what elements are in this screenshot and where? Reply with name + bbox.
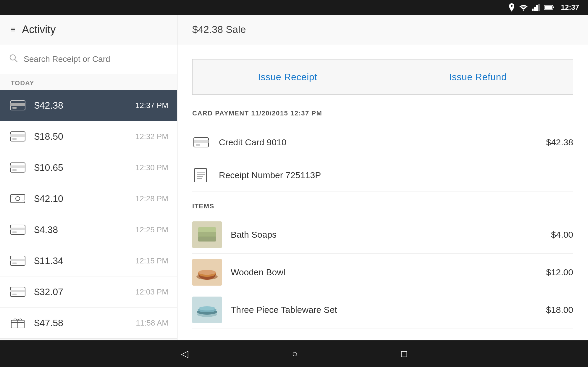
- section-label: TODAY: [0, 74, 177, 90]
- tx-time: 12:15 PM: [135, 256, 168, 265]
- transaction-list: $42.38 12:37 PM $18.50 12:32 PM $10.65 1…: [0, 90, 177, 340]
- svg-rect-16: [10, 165, 25, 168]
- svg-rect-10: [10, 103, 25, 106]
- status-time: 12:37: [561, 3, 579, 12]
- receipt-number: Receipt Number 725113P: [219, 170, 573, 180]
- tx-amount: $10.65: [34, 162, 135, 173]
- svg-rect-29: [10, 290, 25, 292]
- detail-title: $42.38 Sale: [192, 24, 246, 35]
- item-price: $18.00: [546, 305, 573, 315]
- svg-rect-27: [12, 263, 17, 264]
- svg-rect-35: [194, 140, 209, 143]
- svg-rect-5: [545, 6, 552, 9]
- credit-card-amount: $42.38: [546, 137, 573, 147]
- back-button[interactable]: ◁: [181, 348, 188, 359]
- svg-rect-3: [538, 4, 540, 11]
- item-price: $12.00: [546, 267, 573, 277]
- svg-point-50: [199, 306, 215, 310]
- svg-line-8: [15, 59, 17, 62]
- svg-rect-44: [198, 227, 216, 232]
- tx-time: 12:03 PM: [135, 287, 168, 297]
- transaction-item[interactable]: $42.38 12:37 PM: [0, 90, 177, 121]
- main-wrapper: ≡ Activity TODAY $42.38 12:37 PM: [0, 15, 588, 340]
- sidebar-title: Activity: [22, 23, 56, 36]
- home-button[interactable]: ○: [292, 348, 298, 359]
- svg-rect-1: [534, 7, 536, 11]
- item-row: Three Piece Tableware Set $18.00: [192, 291, 573, 329]
- right-header: $42.38 Sale: [177, 15, 588, 44]
- svg-rect-6: [553, 7, 554, 8]
- item-price: $4.00: [551, 230, 573, 240]
- transaction-item[interactable]: $10.65 12:30 PM: [0, 152, 177, 183]
- search-bar: [0, 44, 177, 74]
- svg-rect-2: [536, 5, 538, 11]
- tx-time: 12:37 PM: [135, 101, 168, 110]
- payment-label: CARD PAYMENT 11/20/2015 12:37 PM: [192, 107, 573, 117]
- tx-icon: [9, 254, 27, 267]
- recent-button[interactable]: □: [401, 348, 407, 359]
- tx-icon: [9, 99, 27, 112]
- tx-icon: [9, 130, 27, 143]
- tx-time: 12:28 PM: [135, 194, 168, 203]
- tx-time: 11:58 AM: [136, 318, 168, 328]
- tx-time: 12:30 PM: [135, 163, 168, 172]
- item-image: [192, 297, 222, 323]
- search-input[interactable]: [24, 54, 168, 64]
- tx-icon: [9, 192, 27, 205]
- svg-rect-17: [12, 169, 17, 171]
- issue-refund-button[interactable]: Issue Refund: [383, 59, 574, 95]
- tx-amount: $42.10: [34, 193, 135, 204]
- item-name: Wooden Bowl: [231, 267, 546, 277]
- tx-amount: $32.07: [34, 286, 135, 297]
- tx-amount: $4.38: [34, 224, 135, 235]
- item-name: Three Piece Tableware Set: [231, 305, 546, 315]
- svg-rect-42: [198, 236, 216, 242]
- detail-content: CARD PAYMENT 11/20/2015 12:37 PM Credit …: [177, 107, 588, 340]
- transaction-item[interactable]: $4.38 12:25 PM: [0, 214, 177, 245]
- tx-icon: [9, 316, 27, 329]
- search-icon: [9, 54, 18, 65]
- tx-icon: [9, 285, 27, 298]
- sidebar: ≡ Activity TODAY $42.38 12:37 PM: [0, 15, 177, 340]
- items-label: ITEMS: [192, 192, 573, 216]
- receipt-row: Receipt Number 725113P: [192, 159, 573, 192]
- item-row: Bath Soaps $4.00: [192, 216, 573, 254]
- tx-amount: $18.50: [34, 131, 135, 142]
- tx-icon: [9, 161, 27, 174]
- tx-amount: $47.58: [34, 318, 136, 329]
- svg-point-19: [16, 197, 20, 201]
- issue-receipt-button[interactable]: Issue Receipt: [192, 59, 383, 95]
- svg-rect-20: [11, 196, 13, 197]
- svg-rect-11: [12, 107, 17, 109]
- wifi-icon: [519, 4, 528, 11]
- transaction-item[interactable]: $47.58 11:58 AM: [0, 308, 177, 339]
- items-container: Bath Soaps $4.00 Wooden Bowl $12.00 Thre…: [192, 216, 573, 329]
- svg-rect-14: [12, 138, 17, 140]
- tx-icon: [9, 223, 27, 236]
- transaction-item[interactable]: $18.50 12:32 PM: [0, 121, 177, 152]
- svg-rect-21: [22, 200, 25, 201]
- svg-rect-13: [10, 134, 25, 137]
- transaction-item[interactable]: $42.10 12:28 PM: [0, 183, 177, 214]
- tx-amount: $11.34: [34, 255, 135, 266]
- svg-rect-18: [11, 194, 25, 203]
- transaction-item[interactable]: $11.34 12:15 PM: [0, 245, 177, 276]
- right-panel: $42.38 Sale Issue Receipt Issue Refund C…: [177, 15, 588, 340]
- credit-card-icon: [192, 135, 210, 150]
- svg-point-46: [198, 270, 216, 275]
- battery-icon: [544, 5, 554, 10]
- svg-rect-36: [196, 144, 200, 146]
- svg-rect-0: [532, 9, 534, 11]
- tx-amount: $42.38: [34, 100, 135, 111]
- item-image: [192, 221, 222, 248]
- transaction-item[interactable]: $32.07 12:03 PM: [0, 276, 177, 308]
- svg-rect-43: [198, 231, 216, 237]
- sidebar-header: ≡ Activity: [0, 15, 177, 44]
- action-buttons: Issue Receipt Issue Refund: [177, 44, 588, 107]
- svg-rect-26: [10, 259, 25, 261]
- item-row: Wooden Bowl $12.00: [192, 254, 573, 291]
- credit-card-name: Credit Card 9010: [219, 137, 546, 147]
- svg-rect-30: [12, 294, 17, 295]
- hamburger-icon[interactable]: ≡: [11, 25, 15, 34]
- receipt-icon: [192, 168, 210, 183]
